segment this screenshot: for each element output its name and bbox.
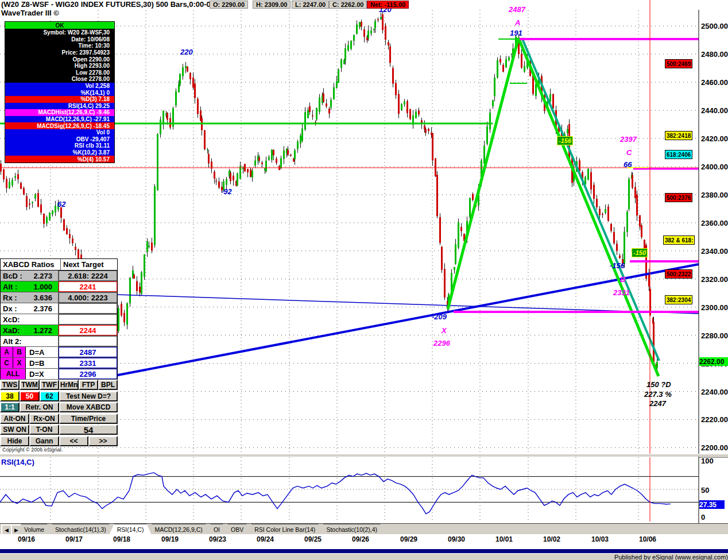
indicator-value-row: Close 2278.00 [5, 76, 114, 83]
toolbar-button-54[interactable]: 54 [59, 424, 118, 435]
xabcd-point-label: 2487 [508, 5, 526, 14]
target-value [59, 303, 117, 314]
toolbar-button-retr-on[interactable]: Retr. ON [20, 402, 59, 412]
toolbar-button-alt-on[interactable]: Alt-ON [0, 414, 29, 424]
point-toggle-a[interactable]: A [1, 347, 13, 357]
target-value: 4.000: 2223 [59, 292, 117, 303]
toolbar-button-rx-on[interactable]: Rx-ON [29, 414, 59, 424]
tab-stochastic-14-1-3[interactable]: Stochastic(14(1),3) [48, 524, 114, 534]
ratio-label: XcD: [1, 315, 20, 324]
toolbar-button-bpl[interactable]: BPL [98, 380, 118, 390]
status-bar: Published by eSignal (www.esignal.com) [0, 553, 728, 560]
swing-size-label: -209 [432, 312, 447, 321]
point-price: 2296 [59, 369, 117, 379]
tab-stochastic-10-2-4[interactable]: Stochastic(10(2),4) [319, 524, 385, 534]
xabcd-header-left: XABCD Ratios [1, 259, 61, 270]
xabcd-point-label: C [626, 148, 632, 157]
toolbar-button-hrmn[interactable]: HrMn [59, 380, 79, 390]
projection-target-label: 227.3 % [644, 390, 672, 399]
toolbar-button-gann[interactable]: Gann [29, 436, 59, 446]
toolbar-button-t-on[interactable]: T-ON [29, 424, 59, 435]
date-axis-label: 10/06 [639, 535, 656, 543]
indicator-value-row: MACDSig(12,26,9,C) -18.45 [5, 122, 114, 129]
price-axis-tick: 2440.00 [701, 106, 728, 115]
indicator-value-row: %K(10,2) 3.87 [5, 149, 114, 156]
current-price-badge: 2262.00 [699, 357, 728, 366]
toolbar-button-62[interactable]: 62 [40, 391, 59, 401]
tab-rsi-14-c[interactable]: RSI(14,C) [110, 524, 152, 534]
ratio-value: 1.272 [33, 326, 58, 335]
tab-volume[interactable]: Volume [17, 524, 52, 534]
xabcd-point-label: A [514, 18, 520, 27]
fib-target-box: 382:2418 [665, 131, 692, 140]
ratio-label: BcD : [1, 272, 22, 280]
tab-obv[interactable]: OBV [223, 524, 251, 534]
point-toggle-x[interactable]: X [13, 358, 26, 368]
zigzag-x-a[interactable] [448, 38, 518, 309]
target-value: 2244 [59, 325, 117, 335]
toolbar-button-time-price[interactable]: Time/Price [59, 414, 118, 424]
swing-size-label: 220 [180, 48, 193, 56]
indicator-value-row: Price: 2397.54923 [5, 49, 114, 56]
tab-macd-12-26-9-c[interactable]: MACD(12,26,9,C) [147, 524, 210, 534]
ratio-label: Dx : [1, 304, 17, 313]
fib-target-box: 500:2469 [665, 59, 692, 68]
point-toggle-b[interactable]: B [13, 347, 26, 357]
indicator-tab-bar: ◀ ▶ VolumeStochastic(14(1),3)RSI(14,C)MA… [0, 523, 728, 534]
indicator-value-row: Open 2290.00 [5, 56, 114, 63]
point-price: 2487 [59, 347, 117, 357]
indicator-value-row: OBV -29,407 [5, 136, 114, 143]
ok-button[interactable]: OK [5, 22, 114, 29]
swing-size-label: 62 [57, 200, 66, 208]
toolbar-button-test-new-d[interactable]: Test New D=? [59, 391, 118, 401]
rsi-axis-tick: 100 [701, 457, 714, 465]
xabcd-point-label: X [441, 326, 447, 335]
xabcd-point-row: CXD=B2331 [1, 358, 117, 369]
target-value: 2241 [59, 281, 117, 292]
wavetrader-label: WaveTrader III © [1, 9, 59, 17]
quote-close: C: 2262.00 [329, 1, 367, 9]
price-axis-tick: 2300.00 [701, 303, 728, 312]
point-toggle-c[interactable]: C [1, 358, 13, 368]
published-by-text: Published by eSignal (www.esignal.com) [614, 554, 728, 560]
toolbar-button-ftp[interactable]: FTP [79, 380, 98, 390]
xabcd-ratio-row: Alt :1.0002241 [1, 281, 117, 292]
toolbar-button-hide[interactable]: Hide [0, 436, 29, 446]
date-axis-label: 09/25 [304, 535, 322, 543]
xabcd-point-row: ALLD=X2296 [1, 369, 117, 380]
price-axis-tick: 2420.00 [701, 134, 728, 143]
price-axis-tick: 2320.00 [701, 275, 728, 284]
point-toggle-all[interactable]: ALL [1, 369, 26, 379]
date-axis-label: 09/29 [400, 535, 417, 543]
toolbar-button-twm[interactable]: TWM [20, 380, 40, 390]
toolbar-button-1-1[interactable]: 1:1 [0, 402, 20, 412]
date-axis-label: 09/30 [448, 535, 465, 543]
date-axis-label: 09/24 [257, 535, 274, 543]
toolbar-button-[interactable]: >> [88, 436, 118, 446]
point-price: 2331 [59, 358, 117, 368]
xabcd-ratio-row: XcD: [1, 314, 117, 325]
indicator-value-row: MACD(12,26,9,C) -27.91 [5, 116, 114, 123]
window-bottom-edge [0, 549, 728, 553]
blue-thick-trendline[interactable] [112, 264, 699, 376]
swing-size-label: 191 [510, 29, 522, 37]
price-axis-tick: 2240.00 [701, 388, 728, 396]
toolbar-button-50[interactable]: 50 [20, 391, 40, 401]
xabcd-point-label: B [620, 275, 625, 284]
point-equation: D=B [26, 359, 44, 368]
indicator-value-row: Date: 10/06/08 [5, 36, 114, 43]
price-axis-tick: 2380.00 [701, 191, 728, 199]
point-equation: D=A [26, 348, 44, 357]
swing-target-box: -150 [632, 248, 648, 257]
toolbar-button-38[interactable]: 38 [0, 391, 20, 401]
fib-target-box: 382 & 618: [663, 235, 695, 245]
toolbar-button-move-xabcd[interactable]: Move XABCD [59, 402, 118, 412]
tab-rsi-color-line-bar-14[interactable]: RSI Color Line Bar(14) [247, 524, 323, 534]
toolbar-button-tws[interactable]: TWS [0, 380, 20, 390]
ratio-value: 2.273 [33, 272, 58, 280]
toolbar-button-twf[interactable]: TWF [40, 380, 59, 390]
toolbar-button-[interactable]: << [59, 436, 88, 446]
ratio-label: Rx : [1, 293, 17, 302]
toolbar-button-sw-on[interactable]: SW ON [0, 424, 29, 435]
xabcd-ratio-row: BcD :2.2732.618: 2224 [1, 271, 117, 281]
